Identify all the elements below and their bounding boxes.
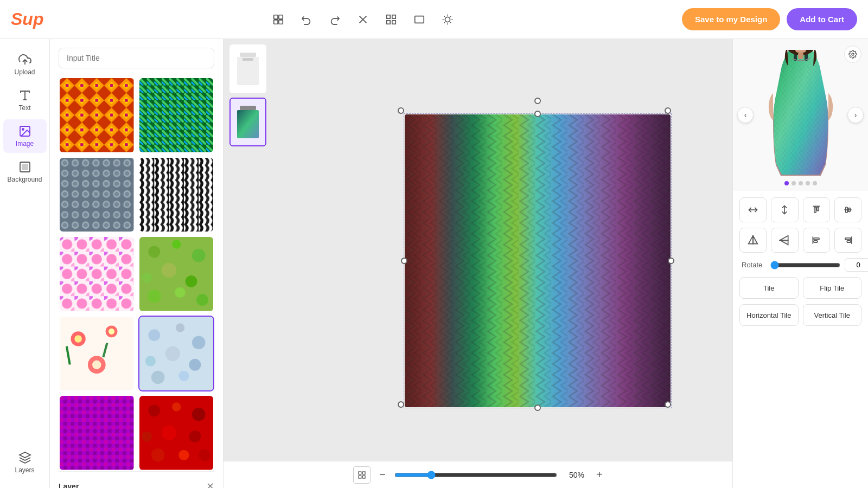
add-to-cart-button[interactable]: Add to Cart <box>787 8 857 30</box>
flip-h-btn[interactable] <box>739 228 767 253</box>
vertical-tile-btn[interactable]: Vertical Tile <box>803 304 862 326</box>
pattern-thumb-7[interactable] <box>59 316 135 392</box>
thumbnail-2[interactable] <box>229 98 266 146</box>
canvas-pattern <box>405 114 671 407</box>
thumbnail-1[interactable] <box>229 44 266 93</box>
pattern-thumb-1[interactable] <box>59 77 135 153</box>
input-title[interactable] <box>59 48 214 68</box>
svg-point-50 <box>172 240 181 248</box>
header: Sup Save to my Design Add to Cart <box>0 0 868 39</box>
align-right-btn[interactable] <box>834 228 861 253</box>
svg-point-55 <box>148 290 161 303</box>
preview-dot-4[interactable] <box>806 181 810 185</box>
canvas-container[interactable] <box>224 39 732 461</box>
preview-dot-5[interactable] <box>813 181 817 185</box>
layers-icon <box>18 451 31 464</box>
expand-v-btn[interactable] <box>771 197 798 222</box>
tile-btn[interactable]: Tile <box>739 277 799 299</box>
svg-point-81 <box>148 404 160 416</box>
svg-rect-2 <box>273 20 277 23</box>
svg-rect-101 <box>363 472 366 474</box>
sidebar-item-image[interactable]: Image <box>3 119 47 153</box>
svg-point-62 <box>108 328 114 334</box>
rotate-slider[interactable] <box>770 261 840 269</box>
pattern-thumb-2[interactable] <box>138 77 215 153</box>
svg-point-87 <box>151 448 164 462</box>
rotate-value[interactable] <box>845 258 868 272</box>
header-actions: Save to my Design Add to Cart <box>682 8 857 30</box>
svg-marker-121 <box>753 236 757 244</box>
flip-v-btn[interactable] <box>771 228 798 253</box>
close-icon-btn[interactable] <box>352 9 374 30</box>
right-panel: ‹ <box>732 39 868 488</box>
svg-line-16 <box>444 16 444 16</box>
sidebar-item-upload[interactable]: Upload <box>3 48 47 81</box>
layout-icon-btn[interactable] <box>267 9 289 30</box>
svg-rect-131 <box>847 241 851 242</box>
sidebar-item-label-layers: Layers <box>15 466 34 474</box>
zoom-in-btn[interactable]: + <box>596 468 603 481</box>
sun-icon-btn[interactable] <box>437 9 458 30</box>
preview-dot-1[interactable] <box>784 181 789 185</box>
rotate-label: Rotate <box>742 261 766 269</box>
horizontal-tile-btn[interactable]: Horizontal Tile <box>739 304 799 326</box>
svg-point-71 <box>145 356 155 366</box>
grid-icon-btn[interactable] <box>380 9 402 30</box>
svg-point-53 <box>161 263 176 278</box>
svg-point-69 <box>175 323 184 332</box>
align-h-center-btn[interactable] <box>834 197 861 222</box>
flip-tile-btn[interactable]: Flip Tile <box>803 277 862 299</box>
svg-rect-128 <box>814 241 818 242</box>
svg-point-88 <box>178 450 189 460</box>
zoom-grid-btn[interactable] <box>353 466 371 484</box>
save-button[interactable]: Save to my Design <box>682 8 780 30</box>
main-area: Upload Text Image Background Layers <box>0 39 868 488</box>
design-canvas[interactable] <box>356 93 627 407</box>
pattern-thumb-8[interactable] <box>138 316 215 392</box>
align-top-btn[interactable] <box>803 197 830 222</box>
svg-rect-103 <box>363 476 366 478</box>
sidebar-item-background[interactable]: Background <box>3 155 47 189</box>
preview-prev-btn[interactable]: ‹ <box>737 107 754 123</box>
pattern-thumb-10[interactable] <box>138 395 215 471</box>
svg-point-84 <box>142 432 152 442</box>
svg-rect-0 <box>273 15 277 18</box>
zoom-slider[interactable] <box>394 471 557 479</box>
preview-dot-3[interactable] <box>799 181 803 185</box>
svg-rect-106 <box>773 50 828 176</box>
pattern-thumb-9[interactable] <box>59 395 135 471</box>
pattern-thumb-4[interactable] <box>138 157 215 233</box>
right-tool-row-1 <box>739 197 861 222</box>
preview-next-btn[interactable]: › <box>847 107 864 123</box>
svg-point-11 <box>445 17 450 22</box>
header-tools <box>267 9 458 30</box>
handle-bl[interactable] <box>398 401 404 408</box>
align-left-btn[interactable] <box>803 228 830 253</box>
expand-h-btn[interactable] <box>739 197 767 222</box>
rotate-handle[interactable] <box>534 98 541 104</box>
svg-rect-110 <box>795 50 806 53</box>
layer-close-btn[interactable]: ✕ <box>206 480 214 489</box>
undo-btn[interactable] <box>296 9 317 30</box>
pattern-thumb-6[interactable] <box>138 236 215 312</box>
svg-rect-127 <box>814 238 819 240</box>
pattern-thumb-5[interactable] <box>59 236 135 312</box>
frame-icon-btn[interactable] <box>409 9 430 30</box>
pattern-thumb-3[interactable] <box>59 157 135 233</box>
sidebar-item-text[interactable]: Text <box>3 84 47 117</box>
redo-btn[interactable] <box>324 9 346 30</box>
zoom-out-btn[interactable]: − <box>379 468 386 481</box>
svg-rect-40 <box>60 158 134 232</box>
handle-tl[interactable] <box>398 107 404 114</box>
zoom-value: 50% <box>566 471 588 479</box>
svg-rect-3 <box>279 20 283 23</box>
handle-tr[interactable] <box>665 107 671 114</box>
svg-rect-93 <box>242 58 253 61</box>
preview-settings-btn[interactable] <box>844 46 861 63</box>
preview-dot-2[interactable] <box>792 181 796 185</box>
sidebar-item-layers[interactable]: Layers <box>3 446 47 479</box>
svg-rect-98 <box>405 114 671 407</box>
svg-rect-9 <box>392 20 395 23</box>
svg-marker-124 <box>780 240 788 245</box>
svg-point-49 <box>148 246 160 258</box>
